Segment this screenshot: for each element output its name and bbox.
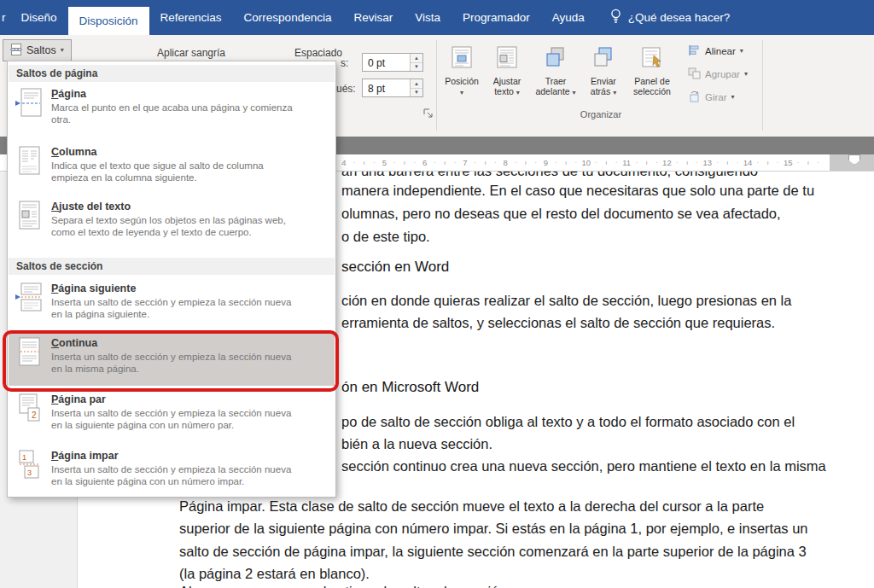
ruler-mark: 14 (743, 158, 753, 167)
ruler-mark: · (636, 159, 638, 166)
menu-item-desc: Separa el texto según los objetos en las… (51, 214, 300, 238)
even-page-section-break-icon: 2 (14, 393, 44, 445)
menu-item-title: Página siguiente (51, 282, 300, 294)
menu-item-pagina-impar[interactable]: 1 3 Página impar Inserta un salto de sec… (9, 445, 335, 495)
ruler-mark: ı (605, 159, 607, 166)
ruler-mark: 13 (702, 158, 712, 167)
ruler-mark: 7 (463, 158, 467, 167)
ruler-mark: ı (444, 159, 446, 166)
word-window: r Diseño Disposición Referencias Corresp… (0, 0, 874, 588)
menu-section-section-breaks: Saltos de sección (9, 258, 335, 275)
ruler-mark: ı (565, 159, 567, 166)
ruler-mark: · (777, 159, 779, 166)
ruler-mark: · (817, 159, 819, 166)
menu-item-pagina-par[interactable]: 2 Página par Inserta un salto de sección… (9, 389, 335, 445)
menu-item-continua[interactable]: Continua Inserta un salto de sección y e… (9, 333, 335, 386)
next-page-section-break-icon (14, 282, 44, 333)
ruler-mark: ı (686, 159, 688, 166)
menu-item-title: Ajuste del texto (51, 201, 300, 212)
menu-item-desc: Inserta un salto de sección y empieza la… (51, 407, 300, 431)
menu-item-title: Página par (51, 393, 300, 405)
ruler-mark: · (595, 159, 597, 166)
menu-item-desc: Marca el punto en el que acaba una págin… (51, 102, 300, 125)
document-text-line[interactable]: (la página 2 estará en blanco). (179, 566, 370, 582)
ruler-mark: · (413, 159, 416, 166)
page-break-icon (14, 88, 44, 140)
document-text-line[interactable]: Página impar. Esta clase de salto de sec… (179, 498, 764, 515)
ruler-mark: ı (525, 159, 527, 166)
svg-text:2: 2 (32, 410, 37, 420)
menu-item-title: Continua (51, 337, 300, 349)
ruler-mark: 5 (382, 158, 387, 167)
ruler-mark: 6 (422, 158, 427, 167)
menu-item-desc: Inserta un salto de sección y empieza la… (51, 351, 300, 375)
ruler-mark: 8 (504, 158, 508, 167)
ruler-mark: 9 (544, 158, 548, 167)
document-text-line[interactable]: ción en donde quieras realizar el salto … (341, 293, 791, 309)
ruler-mark: · (676, 159, 679, 166)
ruler-mark: · (474, 159, 476, 166)
document-text-line[interactable]: po de salto de sección obliga al texto y… (341, 414, 795, 430)
document-text-line[interactable]: olumnas, pero no deseas que el resto del… (341, 206, 781, 222)
ruler-mark: · (797, 159, 800, 166)
ruler-mark: · (434, 159, 436, 166)
ruler-mark: · (454, 159, 457, 166)
menu-item-desc: Inserta un salto de sección y empieza la… (51, 296, 300, 320)
ruler-mark: 4 (341, 158, 346, 167)
menu-item-desc: Indica que el texto que sigue al salto d… (51, 160, 300, 183)
ruler-mark: · (575, 159, 578, 166)
text-wrap-break-icon (14, 201, 44, 256)
document-text-line[interactable]: ón en Microsoft Word (341, 379, 479, 396)
ruler-mark: · (373, 159, 376, 166)
ruler-mark: ı (726, 159, 728, 166)
ruler-mark: ı (363, 159, 364, 166)
document-text-line[interactable]: erramienta de saltos, y seleccionas el s… (341, 315, 775, 331)
ruler-mark: · (756, 159, 759, 166)
ruler-mark: 10 (582, 158, 591, 167)
document-text-line[interactable]: superior de la siguiente página con núme… (179, 521, 808, 537)
continuous-section-break-icon (14, 337, 44, 386)
ruler-mark: 15 (784, 158, 793, 167)
menu-item-pagina[interactable]: Página Marca el punto en el que acaba un… (9, 84, 335, 140)
breaks-dropdown-menu: Saltos de página Página Marca el punto e… (7, 61, 336, 498)
ruler-mark: ı (484, 159, 486, 166)
document-text-line[interactable]: sección continuo crea una nueva sección,… (341, 458, 826, 474)
ruler-mark: · (353, 159, 355, 166)
ruler-mark: · (393, 159, 396, 166)
document-text-line[interactable]: o de este tipo. (341, 229, 430, 245)
ruler-mark: ı (646, 159, 648, 166)
ruler-mark: · (656, 159, 658, 166)
menu-item-pagina-siguiente[interactable]: Página siguiente Inserta un salto de sec… (9, 278, 335, 333)
ruler-mark: · (555, 159, 557, 166)
svg-text:1: 1 (22, 453, 26, 462)
column-break-icon (14, 146, 44, 196)
ruler-mark: · (615, 159, 618, 166)
ruler-mark: ı (807, 159, 809, 166)
ruler-mark: ı (766, 159, 768, 166)
document-text-line[interactable]: salto de sección de página impar, la sig… (179, 544, 807, 560)
ruler-mark: ı (404, 159, 405, 166)
ruler-mark: 12 (662, 158, 672, 167)
menu-item-ajuste-del-texto[interactable]: Ajuste del texto Separa el texto según l… (9, 196, 335, 256)
menu-item-desc: Inserta un salto de sección y empieza la… (51, 463, 300, 487)
menu-section-page-breaks: Saltos de página (9, 65, 335, 82)
svg-text:3: 3 (27, 469, 32, 477)
ruler-mark: · (494, 159, 497, 166)
menu-item-columna[interactable]: Columna Indica que el texto que sigue al… (9, 142, 335, 196)
ruler-mark: · (716, 159, 719, 166)
ruler-mark: · (515, 159, 517, 166)
ruler-mark: 11 (622, 158, 631, 167)
menu-item-title: Página impar (51, 450, 300, 462)
ruler-mark: · (737, 159, 739, 166)
ruler-mark: · (696, 159, 698, 166)
odd-page-section-break-icon: 1 3 (14, 450, 44, 495)
menu-item-title: Página (51, 88, 300, 100)
document-text-line[interactable]: sección en Word (341, 259, 449, 276)
menu-item-title: Columna (51, 146, 300, 158)
document-text-line[interactable]: Ahora que ya conoces los tipos de saltos… (179, 584, 506, 588)
document-text-line[interactable]: bién a la nueva sección. (341, 436, 492, 452)
ruler-mark: · (534, 159, 537, 166)
document-text-line[interactable]: manera independiente. En el caso que nec… (341, 183, 814, 199)
